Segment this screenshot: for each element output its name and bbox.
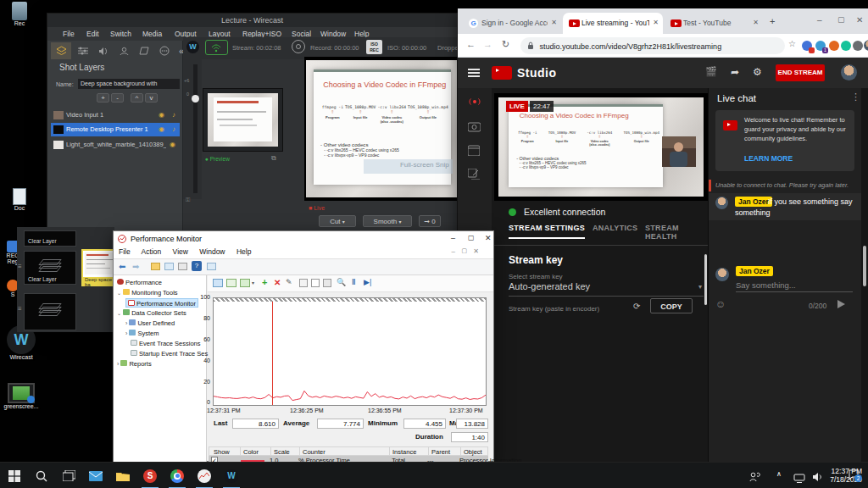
chat-input-placeholder[interactable]: Say something...: [736, 280, 796, 290]
browser-profile-avatar[interactable]: [864, 40, 868, 51]
menu-window[interactable]: Window: [199, 247, 225, 256]
performance-monitor-icon[interactable]: [193, 465, 215, 486]
desktop-icon-doc[interactable]: Doc: [7, 188, 32, 211]
settings-gear-icon[interactable]: ⚙: [753, 66, 762, 78]
shot-tile-clear[interactable]: [24, 293, 76, 330]
learn-more-link[interactable]: LEARN MORE: [744, 154, 793, 163]
zoom-icon[interactable]: 🔍: [337, 278, 346, 286]
add-layer-button[interactable]: +: [97, 93, 109, 103]
view-log-icon[interactable]: [226, 279, 236, 287]
move-down-button[interactable]: v: [145, 93, 158, 103]
close-window-icon[interactable]: ✕: [485, 234, 492, 242]
bookmark-star-icon[interactable]: ☆: [788, 39, 796, 48]
show-hide-icon[interactable]: [207, 263, 216, 270]
layer-name-input[interactable]: Deep space background with nebulae: [78, 79, 180, 89]
hamburger-menu-icon[interactable]: [468, 69, 480, 77]
forward-icon[interactable]: →: [483, 39, 492, 49]
create-icon[interactable]: 🎬: [705, 66, 717, 77]
minimize-window-icon[interactable]: –: [451, 234, 455, 242]
display-output-icon[interactable]: ⧉: [271, 154, 276, 163]
highlight-pen-icon[interactable]: ✎: [286, 278, 292, 286]
layer-row-marble[interactable]: Light_soft_white_marble_1410389_JPG.jp ◉: [51, 138, 180, 152]
menu-media[interactable]: Media: [142, 30, 162, 38]
network-tray-icon[interactable]: [793, 471, 805, 486]
freeze-display-icon[interactable]: ‖: [352, 278, 355, 286]
start-button[interactable]: [3, 465, 25, 486]
visibility-icon[interactable]: ◉: [159, 108, 164, 122]
notification-center-icon[interactable]: 2: [848, 469, 860, 481]
maximize-window-icon[interactable]: ▢: [837, 15, 845, 24]
chat-kebab-icon[interactable]: ⋮: [851, 92, 860, 103]
layers-tab-icon[interactable]: [51, 42, 71, 59]
layer-row-remote-desktop[interactable]: Remote Desktop Presenter 1 ◉ ♪: [51, 123, 180, 136]
address-bar[interactable]: studio.youtube.com/video/V8grhz2H81k/liv…: [520, 37, 785, 54]
lock-icon[interactable]: ⚿: [186, 197, 190, 203]
shot-tile-clear[interactable]: Clear Layer: [24, 230, 76, 247]
new-tab-button[interactable]: +: [770, 16, 775, 26]
task-view-icon[interactable]: [58, 465, 80, 486]
tree-item-data-collector-sets[interactable]: ⌄ Data Collector Sets: [117, 308, 186, 318]
move-up-button[interactable]: ^: [131, 93, 143, 103]
add-counter-icon[interactable]: +: [262, 277, 267, 287]
tree-item-performance[interactable]: Performance: [117, 278, 162, 287]
preview-monitor[interactable]: [203, 88, 283, 152]
tab-youtube-studio[interactable]: Live streaming - YouTube Stud ✕: [563, 13, 663, 34]
menu-file[interactable]: File: [119, 247, 131, 256]
snagit-icon[interactable]: S: [139, 465, 161, 486]
close-tab-icon[interactable]: ✕: [551, 19, 557, 26]
record-button[interactable]: [292, 40, 305, 53]
stream-key-dropdown[interactable]: Auto-generated key ▾: [509, 281, 704, 297]
visibility-icon[interactable]: ◉: [170, 138, 175, 152]
close-tab-icon[interactable]: ✕: [753, 19, 759, 26]
file-explorer-icon[interactable]: [112, 465, 134, 486]
properties-icon[interactable]: [323, 279, 331, 287]
remove-layer-button[interactable]: -: [111, 93, 124, 103]
delete-counter-icon[interactable]: ✕: [274, 278, 281, 287]
chrome-icon[interactable]: [166, 465, 188, 486]
tray-chevron-icon[interactable]: ∧: [776, 470, 782, 478]
end-stream-button[interactable]: END STREAM: [776, 64, 825, 81]
smooth-transition-button[interactable]: Smooth ▾: [363, 215, 412, 227]
volume-tray-icon[interactable]: [812, 470, 823, 485]
minimize-window-icon[interactable]: –: [817, 15, 822, 25]
help-icon[interactable]: ?: [192, 261, 202, 271]
window-icon[interactable]: [164, 263, 174, 270]
tree-item-event-trace-sessions[interactable]: Event Trace Sessions: [131, 339, 201, 348]
reload-icon[interactable]: ↻: [502, 39, 509, 50]
tree-item-performance-monitor[interactable]: Performance Monitor: [125, 298, 198, 308]
close-window-icon[interactable]: ✕: [856, 15, 863, 25]
back-icon[interactable]: ⬅: [119, 262, 125, 271]
go-live-icon[interactable]: [468, 95, 481, 108]
audio-icon[interactable]: ♪: [172, 123, 175, 136]
tree-item-system[interactable]: › System: [125, 329, 159, 338]
copy-stream-key-button[interactable]: COPY: [650, 298, 693, 313]
tree-item-user-defined[interactable]: › User Defined: [125, 319, 175, 328]
people-tray-icon[interactable]: [749, 470, 760, 485]
reset-key-icon[interactable]: ⟳: [633, 302, 640, 311]
update-data-icon[interactable]: ▶|: [364, 278, 371, 286]
menu-view[interactable]: View: [173, 247, 188, 256]
tab-analytics[interactable]: ANALYTICS: [593, 224, 637, 232]
chevron-down-icon[interactable]: ▾: [252, 280, 254, 286]
maximize-window-icon[interactable]: ▢: [468, 234, 475, 241]
desktop-icon-recycle-bin[interactable]: Rec: [7, 2, 32, 26]
scrollbar-thumb[interactable]: [863, 246, 866, 286]
search-icon[interactable]: [31, 465, 53, 486]
menu-action[interactable]: Action: [142, 247, 162, 256]
shot-tile-active[interactable]: Deep space ba: [81, 249, 117, 286]
extension-icon[interactable]: [829, 41, 839, 51]
tree-item-reports[interactable]: › Reports: [117, 359, 152, 369]
shot-tile-clear[interactable]: Clear Layer: [24, 251, 76, 285]
page-scrollbar[interactable]: [861, 88, 868, 462]
mail-icon[interactable]: [85, 465, 107, 486]
menu-edit[interactable]: Edit: [86, 30, 99, 38]
extension-icon[interactable]: 1: [815, 41, 826, 51]
forward-icon[interactable]: ➡: [132, 262, 139, 271]
extension-icon[interactable]: [841, 41, 851, 51]
tab-test-youtube[interactable]: Test - YouTube ✕: [665, 13, 763, 34]
child-close-icon[interactable]: ✕: [473, 247, 479, 255]
chart-type-icon[interactable]: [240, 279, 250, 287]
volume-fader[interactable]: [192, 95, 199, 103]
chart-cursor[interactable]: [272, 302, 273, 405]
emoji-icon[interactable]: ☺: [715, 298, 726, 310]
